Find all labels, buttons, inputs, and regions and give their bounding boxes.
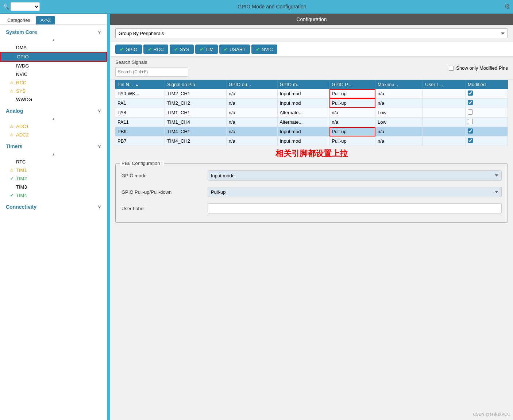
cell-pin: PA0-WK... (115, 89, 165, 99)
section-header-timers[interactable]: Timers ∨ (0, 141, 107, 151)
modified-checkbox[interactable] (468, 90, 473, 96)
sidebar-item-tim4[interactable]: ✔ TIM4 (0, 191, 107, 200)
cell-pin: PA8 (115, 108, 165, 117)
table-row[interactable]: PA8TIM1_CH1n/aAlternate...n/aLow (115, 108, 508, 117)
table-row[interactable]: PA11TIM1_CH4n/aAlternate...n/aLow (115, 117, 508, 127)
search-dropdown[interactable] (11, 2, 40, 11)
modified-checkbox[interactable] (468, 138, 473, 143)
section-header-analog[interactable]: Analog ∨ (0, 106, 107, 116)
col-pullup: GPIO P... (329, 80, 375, 89)
sidebar-tabs: Categories A->Z (0, 14, 107, 25)
tab-rcc[interactable]: ✔ RCC (143, 45, 168, 54)
cell-mode: Input mod (277, 127, 329, 136)
table-row[interactable]: PA0-WK...TIM2_CH1n/aInput modPull-upn/a (115, 89, 508, 99)
gpio-mode-label: GPIO mode (122, 173, 202, 178)
sidebar-item-adc2[interactable]: ⚠ ADC2 (0, 131, 107, 139)
sidebar-item-gpio[interactable]: GPIO (0, 52, 107, 62)
cell-user-label (423, 117, 466, 127)
config-row-pullup: GPIO Pull-up/Pull-down Pull-up (122, 184, 502, 200)
peripheral-tabs: ✔ GPIO ✔ RCC ✔ SYS ✔ TIM ✔ USART (110, 42, 513, 57)
cell-user-label (423, 136, 466, 146)
signals-header: Search Signals (115, 59, 188, 65)
tab-gpio[interactable]: ✔ GPIO (115, 45, 142, 54)
tab-sys[interactable]: ✔ SYS (170, 45, 194, 54)
sidebar-item-tim3[interactable]: TIM3 (0, 183, 107, 191)
main-right: Configuration Group By Peripherals ✔ GPI… (110, 14, 513, 420)
sidebar-item-nvic[interactable]: NVIC (0, 70, 107, 78)
tab-usart[interactable]: ✔ USART (219, 45, 250, 54)
modified-checkbox[interactable] (468, 100, 473, 105)
sidebar-item-sys[interactable]: ⚠ SYS (0, 87, 107, 95)
gpio-mode-select[interactable]: Input mode (208, 170, 502, 181)
modified-checkbox[interactable] (468, 109, 473, 115)
chevron-timers: ∨ (98, 144, 101, 149)
chevron-connectivity: ∨ (98, 204, 101, 209)
cell-mode: Input mod (277, 89, 329, 99)
tim2-check-icon: ✔ (9, 176, 15, 181)
adc1-warning-icon: ⚠ (9, 124, 15, 129)
modified-checkbox[interactable] (468, 119, 473, 124)
tab-nvic[interactable]: ✔ NVIC (251, 45, 277, 54)
signals-search-input[interactable] (115, 67, 188, 77)
tab-atoz[interactable]: A->Z (36, 16, 55, 24)
gear-icon[interactable]: ⚙ (504, 3, 510, 11)
cell-pin: PA1 (115, 99, 165, 108)
sidebar-item-tim2[interactable]: ✔ TIM2 (0, 174, 107, 183)
cell-user-label (423, 127, 466, 136)
sidebar-item-rtc[interactable]: RTC (0, 158, 107, 166)
sidebar: Categories A->Z System Core ∨ ▲ DMA (0, 14, 108, 420)
section-header-connectivity[interactable]: Connectivity ∨ (0, 202, 107, 212)
chevron-system-core: ∨ (98, 30, 101, 35)
cell-max: n/a (375, 89, 423, 99)
analog-items: ⚠ ADC1 ⚠ ADC2 (0, 122, 107, 140)
cell-pullup: Pull-up (329, 99, 375, 108)
top-bar: 🔍 GPIO Mode and Configuration ⚙ (0, 0, 513, 14)
show-modified-label: Show only Modified Pins (456, 65, 508, 71)
modified-checkbox[interactable] (468, 128, 473, 134)
sidebar-item-tim1[interactable]: ⚠ TIM1 (0, 166, 107, 174)
sys-warning-icon: ⚠ (9, 89, 15, 93)
tim1-warning-icon: ⚠ (9, 168, 15, 173)
cell-max: n/a (375, 127, 423, 136)
cell-modified (466, 117, 508, 127)
rcc-warning-icon: ⚠ (9, 80, 15, 85)
sidebar-item-wwdg[interactable]: WWDG (0, 95, 107, 104)
section-header-system-core[interactable]: System Core ∨ (0, 27, 107, 37)
rcc-tab-check: ✔ (148, 46, 152, 52)
scroll-up-system-core[interactable]: ▲ (0, 37, 107, 43)
group-by-select[interactable]: Group By Peripherals (115, 28, 508, 38)
timers-items: RTC ⚠ TIM1 ✔ TIM2 TIM3 (0, 157, 107, 200)
scroll-up-analog[interactable]: ▲ (0, 116, 107, 122)
cell-output: n/a (226, 136, 277, 146)
sidebar-item-dma[interactable]: DMA (0, 43, 107, 52)
cell-signal: TIM4_CH1 (165, 127, 226, 136)
usart-tab-check: ✔ (224, 46, 228, 52)
cell-max: Low (375, 108, 423, 117)
tab-tim[interactable]: ✔ TIM (195, 45, 218, 54)
section-label-connectivity: Connectivity (6, 204, 36, 210)
watermark: CSDN @好家伙VCC (473, 412, 510, 417)
section-timers: Timers ∨ ▲ RTC ⚠ TIM1 (0, 141, 107, 200)
section-label-timers: Timers (6, 143, 23, 149)
scroll-up-timers[interactable]: ▲ (0, 151, 107, 157)
sidebar-item-adc1[interactable]: ⚠ ADC1 (0, 122, 107, 131)
sidebar-item-iwdg[interactable]: IWDG (0, 62, 107, 70)
user-label-input[interactable] (208, 203, 502, 213)
cell-mode: Input mod (277, 99, 329, 108)
show-modified-checkbox[interactable] (449, 66, 454, 71)
cell-signal: TIM1_CH1 (165, 108, 226, 117)
user-label-label: User Label (122, 206, 202, 211)
section-system-core: System Core ∨ ▲ DMA GPIO (0, 27, 107, 104)
section-label-analog: Analog (6, 108, 23, 114)
pullup-select[interactable]: Pull-up (208, 187, 502, 197)
col-mode: GPIO m... (277, 80, 329, 89)
table-row[interactable]: PB7TIM4_CH2n/aInput modPull-upn/a (115, 136, 508, 146)
table-row[interactable]: PB6TIM4_CH1n/aInput modPull-upn/a (115, 127, 508, 136)
tab-categories[interactable]: Categories (3, 16, 35, 24)
table-row[interactable]: PA1TIM2_CH2n/aInput modPull-upn/a (115, 99, 508, 108)
sidebar-item-rcc[interactable]: ⚠ RCC (0, 78, 107, 87)
show-modified-row: Show only Modified Pins (449, 65, 508, 71)
cell-output: n/a (226, 108, 277, 117)
cell-mode: Input mod (277, 136, 329, 146)
gpio-table-body: PA0-WK...TIM2_CH1n/aInput modPull-upn/aP… (115, 89, 508, 146)
